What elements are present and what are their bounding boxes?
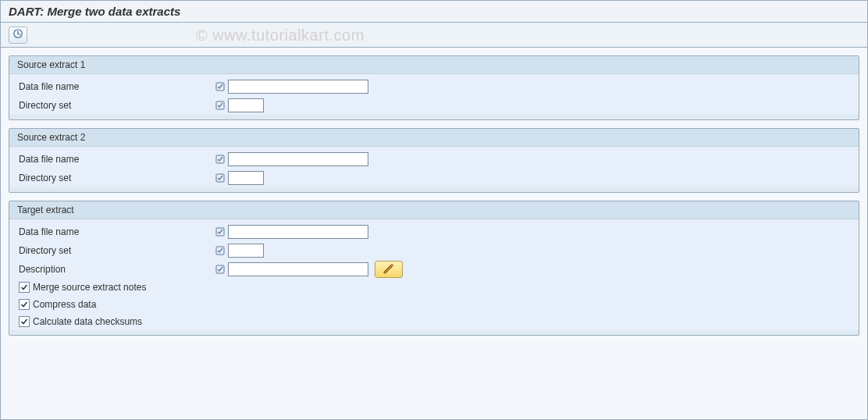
group-body: Data file name Directory set Description xyxy=(9,219,859,330)
group-source-extract-2: Source extract 2 Data file name Director… xyxy=(9,128,859,193)
group-legend: Source extract 1 xyxy=(9,56,859,74)
row-directory: Directory set xyxy=(11,241,857,260)
label-checksums: Calculate data checksums xyxy=(33,316,142,327)
label-data-file: Data file name xyxy=(19,81,214,92)
input-source1-data-file[interactable] xyxy=(228,80,368,94)
group-legend: Target extract xyxy=(9,201,859,219)
input-source2-directory[interactable] xyxy=(228,171,264,185)
svg-line-2 xyxy=(18,34,20,34)
row-compress: Compress data xyxy=(11,296,857,313)
label-data-file: Data file name xyxy=(19,226,214,237)
row-description: Description xyxy=(11,260,857,279)
group-body: Data file name Directory set xyxy=(9,147,859,187)
input-target-description[interactable] xyxy=(228,262,368,276)
input-source1-directory[interactable] xyxy=(228,98,264,112)
clock-execute-icon xyxy=(12,28,23,41)
group-body: Data file name Directory set xyxy=(9,74,859,115)
matchcode-icon[interactable] xyxy=(214,80,226,94)
checkbox-merge-notes[interactable] xyxy=(19,282,30,293)
row-data-file: Data file name xyxy=(11,77,857,96)
group-source-extract-1: Source extract 1 Data file name Director… xyxy=(9,55,859,120)
execute-button[interactable] xyxy=(9,27,27,44)
matchcode-icon[interactable] xyxy=(214,225,226,239)
label-description: Description xyxy=(19,264,214,275)
window-title: DART: Merge two data extracts xyxy=(9,5,180,18)
matchcode-icon[interactable] xyxy=(214,98,226,112)
pencil-icon xyxy=(382,263,395,276)
row-directory: Directory set xyxy=(11,169,857,187)
matchcode-icon[interactable] xyxy=(214,244,226,258)
input-target-data-file[interactable] xyxy=(228,225,368,239)
content-area: Source extract 1 Data file name Director… xyxy=(1,48,867,351)
row-merge-notes: Merge source extract notes xyxy=(11,279,857,296)
group-target-extract: Target extract Data file name Directory … xyxy=(9,201,859,336)
matchcode-icon[interactable] xyxy=(214,262,226,276)
label-merge-notes: Merge source extract notes xyxy=(33,282,146,293)
input-source2-data-file[interactable] xyxy=(228,152,368,166)
row-checksums: Calculate data checksums xyxy=(11,313,857,330)
matchcode-icon[interactable] xyxy=(214,171,226,185)
row-data-file: Data file name xyxy=(11,222,857,241)
checkbox-checksums[interactable] xyxy=(19,316,30,327)
group-legend: Source extract 2 xyxy=(9,129,859,147)
row-data-file: Data file name xyxy=(11,150,857,169)
matchcode-icon[interactable] xyxy=(214,152,226,166)
label-directory: Directory set xyxy=(19,100,214,111)
app-window: DART: Merge two data extracts © www.tuto… xyxy=(0,0,868,420)
label-data-file: Data file name xyxy=(19,154,214,165)
check-icon xyxy=(20,301,28,308)
toolbar: © www.tutorialkart.com xyxy=(1,23,867,48)
checkbox-compress[interactable] xyxy=(19,299,30,310)
watermark-text: © www.tutorialkart.com xyxy=(196,26,365,44)
window-title-bar: DART: Merge two data extracts xyxy=(1,1,867,23)
label-compress: Compress data xyxy=(33,299,96,310)
check-icon xyxy=(20,318,28,326)
label-directory: Directory set xyxy=(19,245,214,256)
check-icon xyxy=(20,283,28,291)
row-directory: Directory set xyxy=(11,96,857,115)
input-target-directory[interactable] xyxy=(228,244,264,258)
edit-description-button[interactable] xyxy=(375,261,403,278)
label-directory: Directory set xyxy=(19,173,214,183)
